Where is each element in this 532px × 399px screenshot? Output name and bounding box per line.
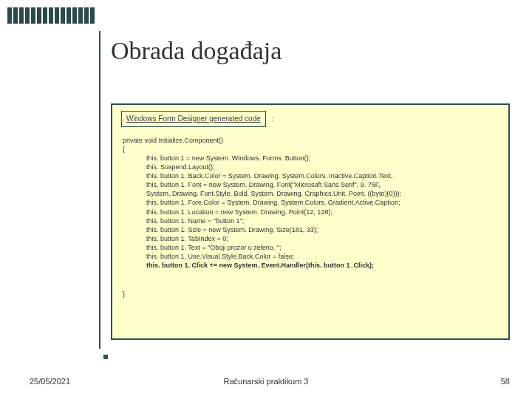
code-line-bold: this. button 1. Click += new System. Eve… xyxy=(123,261,499,270)
footer-center: Računarski praktikum 3 xyxy=(224,377,309,386)
code-line: System. Drawing. Font.Style. Bold, Syste… xyxy=(123,189,499,198)
code-line: this. Suspend.Layout(); xyxy=(123,163,499,171)
code-close-brace: } xyxy=(123,290,499,299)
code-line: this. button 1. Font = new System. Drawi… xyxy=(123,180,499,189)
code-body: private void Initialize.Component() { th… xyxy=(121,136,499,299)
code-signature: private void Initialize.Component() xyxy=(123,136,499,145)
footer-bullet xyxy=(103,355,108,359)
code-block: Windows Form Designer generated code : p… xyxy=(111,103,510,340)
code-line: this. button 1. TabIndex = 0; xyxy=(123,234,499,243)
code-line: this. button 1. Back.Color = System. Dra… xyxy=(123,171,499,180)
code-line: this. button 1. Size = new System. Drawi… xyxy=(123,225,499,234)
code-line: this. button 1. Text = "Oboji prozor u z… xyxy=(123,243,499,252)
footer-page: 58 xyxy=(501,377,510,386)
decorative-ticks xyxy=(7,7,95,24)
vertical-divider xyxy=(99,31,100,349)
code-line: this. button 1. Location = new System. D… xyxy=(123,208,499,216)
wfd-colon: : xyxy=(272,114,274,124)
footer-date: 25/05/2021 xyxy=(30,377,70,386)
code-line: this. button 1. Fore.Color = System. Dra… xyxy=(123,198,499,207)
code-line: this. button 1 = new System. Windows. Fo… xyxy=(123,154,499,163)
wfd-label: Windows Form Designer generated code xyxy=(121,111,266,127)
code-line: this. button 1. Name = "button 1"; xyxy=(123,216,499,225)
wfd-row: Windows Form Designer generated code : xyxy=(121,111,499,127)
slide-title: Obrada događaja xyxy=(111,37,282,65)
code-open-brace: { xyxy=(123,145,499,154)
code-line: this. button 1. Use.Visual.Style.Back.Co… xyxy=(123,252,499,261)
